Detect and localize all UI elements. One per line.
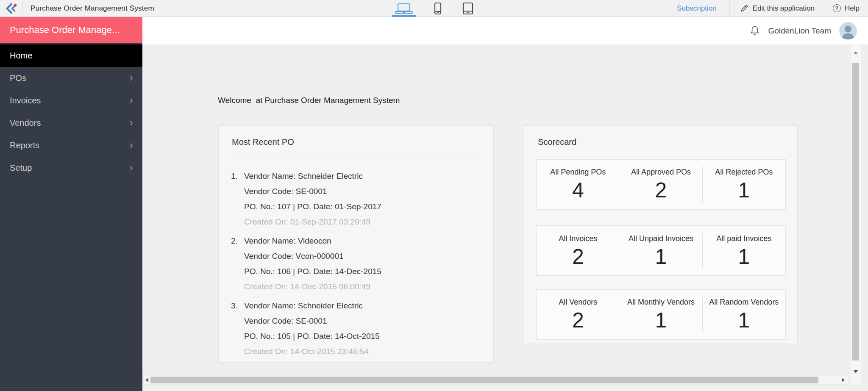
chevron-right-icon: › <box>129 162 133 173</box>
sidebar-item-invoices[interactable]: Invoices › <box>0 89 142 112</box>
scorecard-title: Scorecard <box>538 137 576 147</box>
sidebar-item-label: Vendors <box>10 118 41 128</box>
scorecard-label: All Random Vendors <box>709 298 779 307</box>
account-name[interactable]: GoldenLion Team <box>768 26 831 36</box>
subscription-link[interactable]: Subscription <box>664 4 729 13</box>
horizontal-scrollbar[interactable] <box>143 375 849 385</box>
scorecard-cell: All Unpaid Invoices 1 <box>620 226 703 275</box>
help-label: Help <box>845 4 860 13</box>
po-entry-body: Vendor Name: Schneider Electric Vendor C… <box>244 169 381 230</box>
sidebar-item-label: Reports <box>10 141 39 150</box>
most-recent-po-card: Most Recent PO 1. Vendor Name: Schneider… <box>218 125 494 363</box>
po-vendor-name: Vendor Name: Videocon <box>244 233 381 249</box>
po-number-date: PO. No.: 106 | PO. Date: 14-Dec-2015 <box>244 264 381 279</box>
scorecard-label: All Unpaid Invoices <box>629 234 693 243</box>
scorecard-value: 1 <box>655 246 667 267</box>
scroll-right-icon[interactable] <box>842 378 845 382</box>
po-entry: 3. Vendor Name: Schneider Electric Vendo… <box>231 298 484 359</box>
topbar: Purchase Order Management System <box>0 0 868 17</box>
scorecard-value: 2 <box>655 180 667 201</box>
chevron-right-icon: › <box>129 72 133 83</box>
scorecard-row-pos: All Pending POs 4 All Approved POs 2 All… <box>536 159 786 210</box>
scorecard-row-vendors: All Vendors 2 All Monthly Vendors 1 All … <box>536 289 786 340</box>
sidebar: Purchase Order Manage... Home POs › Invo… <box>0 17 142 391</box>
po-number-date: PO. No.: 107 | PO. Date: 01-Sep-2017 <box>244 199 381 214</box>
scorecard-value: 4 <box>572 180 584 201</box>
topbar-actions: Subscription Edit this application ? Hel… <box>664 0 868 17</box>
po-entry: 2. Vendor Name: Videocon Vendor Code: Vc… <box>231 233 484 294</box>
scorecard-value: 2 <box>572 310 584 331</box>
po-entry-number: 3. <box>231 298 239 359</box>
app-title: Purchase Order Management System <box>31 4 154 13</box>
help-button[interactable]: ? Help <box>825 4 868 13</box>
phone-preview-button[interactable] <box>430 0 446 17</box>
help-icon-glyph: ? <box>835 6 838 11</box>
horizontal-scrollbar-thumb[interactable] <box>150 377 818 383</box>
scroll-up-icon[interactable] <box>854 51 858 54</box>
po-created-on: Created On: 14-Dec-2015 06:00:49 <box>244 279 381 294</box>
scorecard-label: All Approved POs <box>631 168 691 177</box>
scorecard-label: All Rejected POs <box>715 168 773 177</box>
po-entry-body: Vendor Name: Videocon Vendor Code: Vcon-… <box>244 233 381 294</box>
scorecard-label: All Pending POs <box>550 168 606 177</box>
scorecard-value: 2 <box>572 246 584 267</box>
sidebar-item-label: Home <box>10 51 32 61</box>
edit-application-button[interactable]: Edit this application <box>730 4 825 13</box>
po-entry: 1. Vendor Name: Schneider Electric Vendo… <box>231 169 484 230</box>
po-number-date: PO. No.: 105 | PO. Date: 14-Oct-2015 <box>244 329 380 344</box>
po-created-on: Created On: 14-Oct-2015 23:46:54 <box>244 344 380 359</box>
scorecard-label: All Vendors <box>559 298 597 307</box>
scorecard-card: Scorecard All Pending POs 4 All Approved… <box>523 125 798 344</box>
sidebar-item-vendors[interactable]: Vendors › <box>0 112 142 134</box>
sidebar-item-setup[interactable]: Setup › <box>0 157 142 179</box>
app-logo-icon[interactable] <box>0 0 22 17</box>
po-entry-number: 1. <box>231 169 239 230</box>
help-icon: ? <box>833 4 841 12</box>
po-vendor-code: Vendor Code: SE-0001 <box>244 184 381 199</box>
device-preview-switcher <box>391 0 477 17</box>
sidebar-item-label: Invoices <box>10 96 41 105</box>
po-entry-number: 2. <box>231 233 239 294</box>
scroll-down-icon[interactable] <box>854 370 858 373</box>
po-entry-body: Vendor Name: Schneider Electric Vendor C… <box>244 298 380 359</box>
notification-bell-icon[interactable] <box>750 25 760 36</box>
main-content: Welcome at Purchase Order Management Sys… <box>142 44 868 391</box>
chevron-right-icon: › <box>129 94 133 105</box>
sidebar-item-label: POs <box>10 73 26 83</box>
po-list: 1. Vendor Name: Schneider Electric Vendo… <box>231 169 484 363</box>
pencil-icon <box>740 4 748 13</box>
sidebar-item-label: Setup <box>10 163 32 173</box>
po-vendor-code: Vendor Code: SE-0001 <box>244 313 380 329</box>
scorecard-cell: All Random Vendors 1 <box>702 290 785 339</box>
card-divider <box>232 158 480 158</box>
scorecard-value: 1 <box>738 310 750 331</box>
phone-icon <box>433 2 442 15</box>
sidebar-item-reports[interactable]: Reports › <box>0 134 142 157</box>
po-vendor-name: Vendor Name: Schneider Electric <box>244 169 381 184</box>
scorecard-value: 1 <box>738 180 750 201</box>
welcome-text: Welcome at Purchase Order Management Sys… <box>218 96 400 105</box>
scorecard-cell: All Rejected POs 1 <box>702 160 785 209</box>
laptop-preview-button[interactable] <box>391 0 417 17</box>
scorecard-label: All Monthly Vendors <box>627 298 695 307</box>
sidebar-item-pos[interactable]: POs › <box>0 67 142 89</box>
sidebar-app-name: Purchase Order Manage... <box>0 17 142 43</box>
topbar-separator <box>22 0 22 17</box>
tablet-preview-button[interactable] <box>459 0 477 17</box>
sidebar-item-home[interactable]: Home <box>0 44 142 67</box>
po-created-on: Created On: 01-Sep-2017 03:29:49 <box>244 214 381 230</box>
po-vendor-name: Vendor Name: Schneider Electric <box>244 298 380 313</box>
userbar: GoldenLion Team <box>142 17 868 44</box>
scorecard-cell: All paid Invoices 1 <box>702 226 785 275</box>
scorecard-cell: All Monthly Vendors 1 <box>620 290 703 339</box>
po-vendor-code: Vendor Code: Vcon-000001 <box>244 249 381 264</box>
scroll-left-icon[interactable] <box>145 378 148 382</box>
scorecard-label: All paid Invoices <box>716 234 771 243</box>
scorecard-label: All Invoices <box>559 234 597 243</box>
active-device-underline <box>392 15 416 17</box>
vertical-scrollbar-thumb[interactable] <box>852 63 859 360</box>
avatar[interactable] <box>839 22 857 40</box>
vertical-scrollbar[interactable] <box>850 45 861 385</box>
sidebar-nav: Home POs › Invoices › Vendors › Reports … <box>0 44 142 179</box>
scorecard-value: 1 <box>738 246 750 267</box>
